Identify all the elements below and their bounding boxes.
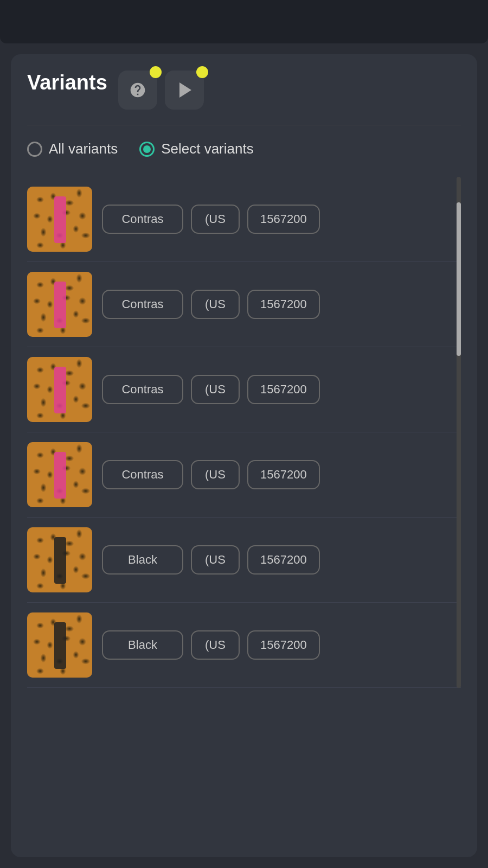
product-image-1 [27,187,92,252]
product-thumbnail-1 [27,187,92,252]
all-variants-label: All variants [49,141,118,157]
chip-sku-6: 1567200 [247,630,320,660]
chip-size-4: (US [191,460,240,489]
chip-color-5: Black [102,545,183,575]
chip-size-2: (US [191,290,240,319]
select-variants-label: Select variants [161,141,254,157]
table-row: Contras (US 1567200 [27,177,461,262]
variant-chips-2: Contras (US 1567200 [102,290,461,319]
variants-wrapper: Contras (US 1567200 Contras (US 1567200 [27,177,461,688]
chip-size-1: (US [191,205,240,234]
table-row: Contras (US 1567200 [27,262,461,347]
select-variants-option[interactable]: Select variants [139,141,254,157]
all-variants-option[interactable]: All variants [27,141,118,157]
table-row: Contras (US 1567200 [27,432,461,518]
help-button[interactable] [118,71,157,110]
product-thumbnail-4 [27,442,92,507]
chip-color-6: Black [102,630,183,660]
variant-chips-1: Contras (US 1567200 [102,205,461,234]
scrollbar-track[interactable] [457,177,461,688]
icons-group [118,71,211,110]
header-row: Variants [27,71,461,110]
variant-chips-4: Contras (US 1567200 [102,460,461,489]
product-image-2 [27,272,92,337]
chip-color-2: Contras [102,290,183,319]
play-button[interactable] [165,71,204,110]
chip-sku-3: 1567200 [247,375,320,404]
chip-sku-2: 1567200 [247,290,320,319]
product-thumbnail-2 [27,272,92,337]
table-row: Black (US 1567200 [27,603,461,688]
chip-color-1: Contras [102,205,183,234]
chip-size-6: (US [191,630,240,660]
product-image-4 [27,442,92,507]
product-image-5 [27,527,92,592]
select-variants-radio[interactable] [139,142,155,157]
product-image-3 [27,357,92,422]
chip-color-3: Contras [102,375,183,404]
variants-list: Contras (US 1567200 Contras (US 1567200 [27,177,461,688]
scrollbar-thumb[interactable] [457,202,461,356]
play-icon [179,82,191,98]
help-badge [150,66,162,78]
variant-chips-5: Black (US 1567200 [102,545,461,575]
main-card: Variants All variants Select variants [11,54,477,857]
table-row: Contras (US 1567200 [27,347,461,432]
chip-color-4: Contras [102,460,183,489]
variant-chips-6: Black (US 1567200 [102,630,461,660]
chip-sku-5: 1567200 [247,545,320,575]
chip-sku-4: 1567200 [247,460,320,489]
chip-sku-1: 1567200 [247,205,320,234]
page-title: Variants [27,71,107,95]
product-thumbnail-5 [27,527,92,592]
table-row: Black (US 1567200 [27,518,461,603]
top-bar [0,0,488,43]
product-image-6 [27,612,92,678]
play-badge [196,66,208,78]
product-thumbnail-3 [27,357,92,422]
chip-size-3: (US [191,375,240,404]
radio-row: All variants Select variants [27,141,461,157]
chip-size-5: (US [191,545,240,575]
divider [27,125,461,125]
question-icon [129,81,146,99]
product-thumbnail-6 [27,612,92,678]
all-variants-radio[interactable] [27,142,42,157]
variant-chips-3: Contras (US 1567200 [102,375,461,404]
